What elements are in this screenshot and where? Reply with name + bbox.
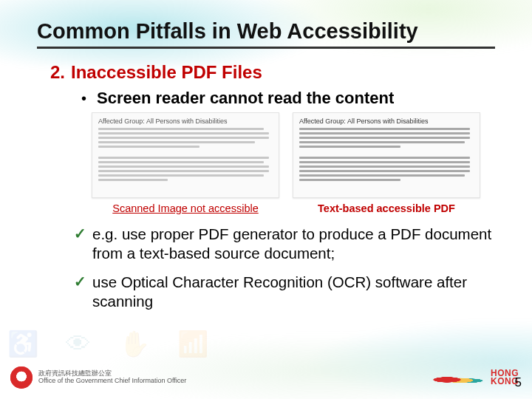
emblem-badge-icon <box>10 366 33 389</box>
slide-title: Common Pitfalls in Web Accessibility <box>37 19 495 44</box>
pane-text-pdf: Affected Group: All Persons with Disabil… <box>293 112 480 198</box>
caption-scanned: Scanned Image not accessible <box>92 202 279 214</box>
gov-emblem: 政府資訊科技總監辦公室 Office of the Government Chi… <box>10 366 186 389</box>
emblem-text: 政府資訊科技總監辦公室 Office of the Government Chi… <box>38 370 186 385</box>
caption-text-pdf: Text-based accessible PDF <box>293 202 480 214</box>
hong-kong-logo: HONG KONG <box>432 369 519 386</box>
section-heading: 2.Inaccessible PDF Files <box>50 62 495 83</box>
section-number: 2. <box>50 62 65 82</box>
slide-footer: 政府資訊科技總監辦公室 Office of the Government Chi… <box>0 361 532 395</box>
comparison-captions: Scanned Image not accessible Text-based … <box>92 202 495 214</box>
bullet-dot-icon: • <box>81 91 86 106</box>
page-number: 5 <box>515 375 522 390</box>
section-text: Inaccessible PDF Files <box>71 62 262 82</box>
bullet-item: • Screen reader cannot read the content <box>81 89 495 108</box>
bullet-text: Screen reader cannot read the content <box>97 89 394 108</box>
pane-header: Affected Group: All Persons with Disabil… <box>98 117 273 125</box>
check-text: use Optical Character Recognition (OCR) … <box>92 273 495 310</box>
slide-body: Common Pitfalls in Web Accessibility 2.I… <box>0 0 532 399</box>
pane-scanned-image: Affected Group: All Persons with Disabil… <box>92 112 279 198</box>
title-underline <box>37 47 495 49</box>
check-item: ✓ use Optical Character Recognition (OCR… <box>74 273 495 310</box>
pane-header: Affected Group: All Persons with Disabil… <box>299 117 474 125</box>
hk-swoosh-icon <box>432 372 483 386</box>
check-icon: ✓ <box>74 225 86 242</box>
check-text: e.g. use proper PDF generator to produce… <box>92 225 495 262</box>
check-icon: ✓ <box>74 273 86 290</box>
comparison-panes: Affected Group: All Persons with Disabil… <box>92 112 495 198</box>
office-name-en: Office of the Government Chief Informati… <box>38 378 186 385</box>
check-item: ✓ e.g. use proper PDF generator to produ… <box>74 225 495 262</box>
